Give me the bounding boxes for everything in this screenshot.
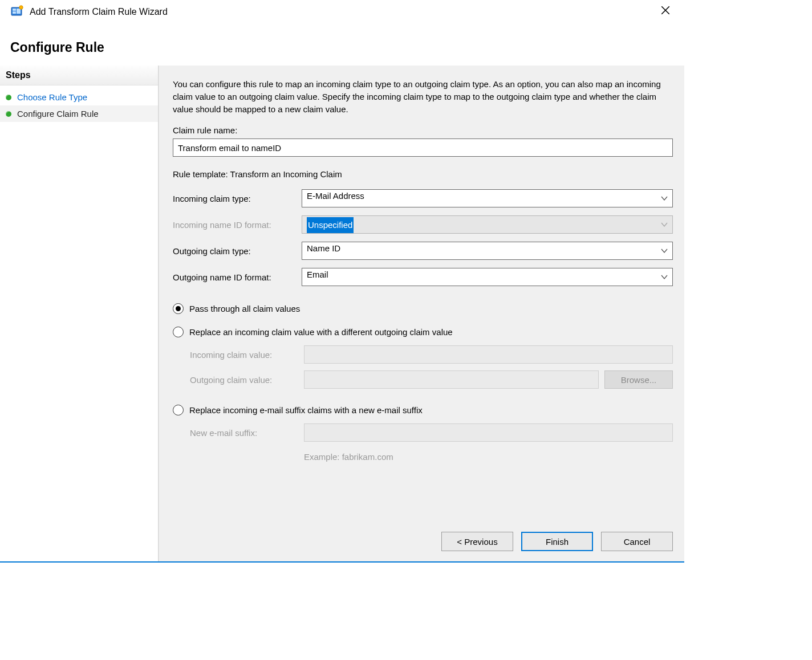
radio-replace-suffix-label: Replace incoming e-mail suffix claims wi… [189, 405, 423, 415]
page-title: Configure Rule [0, 22, 684, 66]
replace-suffix-fields: New e-mail suffix: [190, 423, 673, 442]
outgoing-claim-type-label: Outgoing claim type: [173, 246, 298, 256]
step-configure-claim-rule[interactable]: Configure Claim Rule [0, 105, 158, 122]
new-email-suffix-input [304, 423, 673, 442]
claim-rule-name-label: Claim rule name: [173, 125, 673, 135]
wizard-icon [10, 5, 24, 18]
step-choose-rule-type[interactable]: Choose Rule Type [0, 89, 158, 105]
new-email-suffix-label: New e-mail suffix: [190, 428, 298, 438]
radio-icon [173, 405, 184, 415]
radio-pass-through-label: Pass through all claim values [189, 304, 300, 313]
outgoing-name-id-format-value: Email [307, 270, 328, 279]
svg-rect-2 [13, 11, 16, 14]
previous-button[interactable]: < Previous [441, 532, 513, 551]
svg-rect-3 [17, 9, 21, 14]
wizard-body: Steps Choose Rule Type Configure Claim R… [0, 66, 684, 561]
step-bullet-icon [6, 95, 11, 100]
step-list: Choose Rule Type Configure Claim Rule [0, 85, 158, 122]
outgoing-name-id-format-label: Outgoing name ID format: [173, 272, 298, 282]
outgoing-name-id-format-select[interactable]: Email [302, 268, 673, 286]
svg-rect-1 [13, 9, 16, 11]
example-text: Example: fabrikam.com [304, 447, 673, 462]
radio-icon [173, 303, 184, 314]
outgoing-claim-value-label: Outgoing claim value: [190, 375, 298, 385]
outgoing-claim-value-input [304, 370, 599, 389]
step-label: Choose Rule Type [17, 92, 87, 102]
outgoing-claim-type-select[interactable]: Name ID [302, 242, 673, 260]
rule-template-text: Rule template: Transform an Incoming Cla… [173, 169, 673, 179]
cancel-button[interactable]: Cancel [601, 532, 673, 551]
radio-pass-through[interactable]: Pass through all claim values [173, 303, 673, 314]
incoming-claim-type-value: E-Mail Address [307, 191, 364, 201]
incoming-name-id-format-label: Incoming name ID format: [173, 220, 298, 230]
finish-button[interactable]: Finish [521, 532, 593, 551]
replace-value-fields: Incoming claim value: Outgoing claim val… [190, 345, 673, 389]
main-content: You can configure this rule to map an in… [159, 66, 684, 561]
radio-replace-value[interactable]: Replace an incoming claim value with a d… [173, 327, 673, 337]
incoming-claim-type-select[interactable]: E-Mail Address [302, 189, 673, 207]
claim-type-grid: Incoming claim type: E-Mail Address Inco… [173, 189, 673, 286]
wizard-footer: < Previous Finish Cancel [173, 515, 673, 551]
radio-icon [173, 327, 184, 337]
intro-text: You can configure this rule to map an in… [173, 78, 673, 115]
step-bullet-icon [6, 111, 11, 117]
close-icon[interactable] [657, 5, 674, 18]
incoming-name-id-format-select: Unspecified [302, 215, 673, 234]
radio-replace-suffix[interactable]: Replace incoming e-mail suffix claims wi… [173, 405, 673, 415]
window-title: Add Transform Claim Rule Wizard [30, 6, 657, 17]
incoming-name-id-format-value: Unspecified [307, 217, 354, 233]
outgoing-claim-type-value: Name ID [307, 243, 340, 253]
wizard-window: Add Transform Claim Rule Wizard Configur… [0, 0, 684, 563]
step-label: Configure Claim Rule [17, 109, 99, 119]
svg-point-4 [19, 6, 23, 9]
titlebar: Add Transform Claim Rule Wizard [0, 0, 684, 22]
radio-replace-value-label: Replace an incoming claim value with a d… [189, 327, 453, 337]
incoming-claim-value-input [304, 345, 673, 364]
steps-header: Steps [0, 66, 158, 85]
example-row: Example: fabrikam.com [190, 447, 673, 462]
incoming-claim-value-label: Incoming claim value: [190, 350, 298, 360]
steps-sidebar: Steps Choose Rule Type Configure Claim R… [0, 66, 159, 561]
claim-rule-name-input[interactable] [173, 138, 673, 157]
incoming-claim-type-label: Incoming claim type: [173, 194, 298, 203]
browse-button: Browse... [604, 370, 673, 389]
